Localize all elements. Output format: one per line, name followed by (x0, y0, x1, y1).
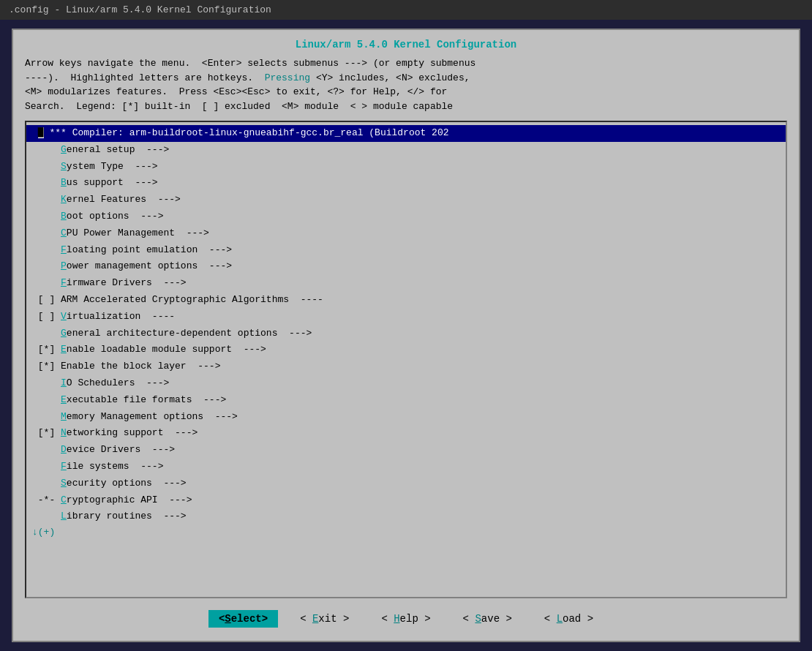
scroll-hint: ↓(+) (26, 525, 786, 539)
title-bar-text: .config - Linux/arm 5.4.0 Kernel Configu… (9, 4, 271, 15)
menu-item-device-drivers[interactable]: Device Drivers ---> (26, 442, 786, 459)
menu-item-bus-support[interactable]: Bus support ---> (26, 175, 786, 192)
menu-item-block-layer[interactable]: [*] Enable the block layer ---> (26, 358, 786, 375)
menu-item-floating-point[interactable]: Floating point emulation ---> (26, 242, 786, 259)
menu-item-power-mgmt[interactable]: Power management options ---> (26, 258, 786, 275)
save-button[interactable]: < Save > (453, 610, 522, 628)
menu-item-crypto-api[interactable]: -*- Cryptographic API ---> (26, 492, 786, 509)
menu-item-compiler[interactable]: █ *** Compiler: arm-buildroot-linux-gnue… (26, 125, 786, 142)
menu-item-file-systems[interactable]: File systems ---> (26, 459, 786, 475)
menu-item-firmware[interactable]: Firmware Drivers ---> (26, 275, 786, 292)
exit-button[interactable]: < Exit > (290, 610, 359, 628)
inner-box: Linux/arm 5.4.0 Kernel Configuration Arr… (12, 29, 800, 642)
menu-item-system-type[interactable]: System Type ---> (26, 159, 786, 176)
menu-item-exec-formats[interactable]: Executable file formats ---> (26, 392, 786, 409)
menu-item-kernel-features[interactable]: Kernel Features ---> (26, 192, 786, 208)
load-button[interactable]: < Load > (534, 610, 604, 628)
menu-item-loadable-module[interactable]: [*] Enable loadable module support ---> (26, 342, 786, 358)
menu-item-networking[interactable]: [*] Networking support ---> (26, 425, 786, 442)
menu-item-io-schedulers[interactable]: IO Schedulers ---> (26, 375, 786, 392)
help-text: Arrow keys navigate the menu. <Enter> se… (25, 56, 787, 113)
title-bar: .config - Linux/arm 5.4.0 Kernel Configu… (0, 0, 812, 20)
select-button[interactable]: <Select> (208, 610, 278, 628)
menu-item-memory-mgmt[interactable]: Memory Management options ---> (26, 409, 786, 426)
menu-list[interactable]: █ *** Compiler: arm-buildroot-linux-gnue… (25, 121, 787, 598)
menu-item-cpu-power[interactable]: CPU Power Management ---> (26, 225, 786, 242)
help-button[interactable]: < Help > (371, 610, 440, 628)
menu-item-gen-arch[interactable]: General architecture-dependent options -… (26, 326, 786, 342)
menu-item-boot-options[interactable]: Boot options ---> (26, 208, 786, 225)
menu-item-virtualization[interactable]: [ ] Virtualization ---- (26, 309, 786, 326)
menu-item-security[interactable]: Security options ---> (26, 475, 786, 492)
menu-item-library[interactable]: Library routines ---> (26, 508, 786, 525)
config-title: Linux/arm 5.4.0 Kernel Configuration (25, 39, 787, 50)
main-container: Linux/arm 5.4.0 Kernel Configuration Arr… (0, 20, 812, 651)
bottom-buttons: <Select> < Exit > < Help > < Save > < Lo… (25, 606, 787, 632)
menu-item-arm-crypto[interactable]: [ ] ARM Accelerated Cryptographic Algori… (26, 292, 786, 309)
menu-item-general-setup[interactable]: General setup ---> (26, 142, 786, 159)
